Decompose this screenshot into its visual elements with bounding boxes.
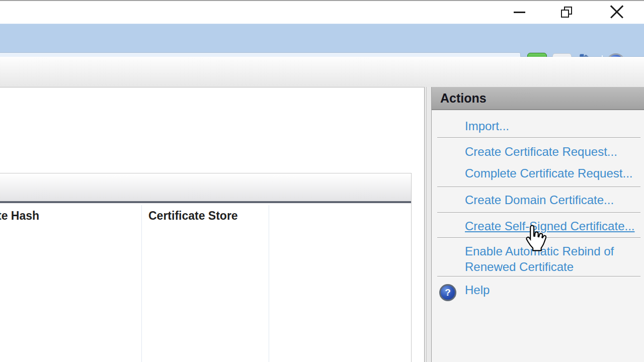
column-header-certificate-hash[interactable]: Certificate Hash <box>0 209 39 223</box>
list-toolbar-strip <box>0 173 412 203</box>
restore-button[interactable] <box>552 0 581 24</box>
action-create-certificate-request[interactable]: Create Certificate Request... <box>465 145 617 159</box>
actions-pane-title: Actions <box>432 87 644 110</box>
title-bar <box>0 0 644 24</box>
action-create-self-signed-certificate[interactable]: Create Self-Signed Certificate... <box>465 219 635 233</box>
actions-pane: Actions Import... Create Certificate Req… <box>431 87 644 362</box>
server-certificates-content: Certificate Hash Certificate Store <box>0 87 425 362</box>
header-strip <box>0 57 644 87</box>
actions-separator <box>437 276 640 277</box>
content-border <box>426 87 427 362</box>
actions-separator <box>437 187 640 188</box>
actions-separator <box>437 212 640 213</box>
close-icon <box>609 5 624 20</box>
action-enable-automatic-rebind[interactable]: Enable Automatic Rebind of Renewed Certi… <box>465 243 631 275</box>
minimize-icon <box>514 12 525 13</box>
list-border <box>411 173 412 362</box>
navigation-toolbar: ? <box>0 24 644 57</box>
close-button[interactable] <box>601 0 633 24</box>
column-header-certificate-store[interactable]: Certificate Store <box>148 209 238 223</box>
action-create-domain-certificate[interactable]: Create Domain Certificate... <box>465 193 614 207</box>
help-icon: ? <box>439 284 456 301</box>
actions-separator <box>437 237 640 238</box>
main-region: Certificate Hash Certificate Store Actio… <box>0 87 644 362</box>
actions-separator <box>437 137 640 138</box>
action-import[interactable]: Import... <box>465 119 509 133</box>
restore-icon <box>560 6 573 18</box>
action-help[interactable]: Help <box>465 283 490 297</box>
window-top-border <box>0 0 644 1</box>
action-complete-certificate-request[interactable]: Complete Certificate Request... <box>465 166 632 180</box>
column-divider <box>141 205 142 362</box>
minimize-button[interactable] <box>505 0 533 24</box>
column-divider <box>269 205 269 362</box>
